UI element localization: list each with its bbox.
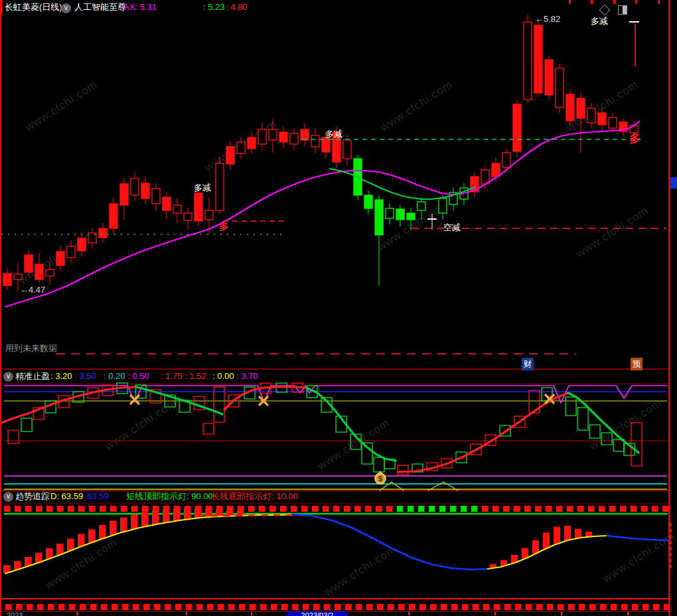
trading-app-window: www.cfchi.com www.cfchi.com www.cfchi.co… bbox=[0, 0, 677, 616]
label-kongjian: 空减 bbox=[443, 223, 461, 233]
mid-value-6: : 0.00 bbox=[212, 372, 234, 382]
bottom-long-bottom-value: 长线底部指示灯: 10.00 bbox=[211, 492, 298, 502]
stock-name: 长虹美菱(日线) bbox=[5, 3, 62, 13]
split-view-icon[interactable] bbox=[618, 5, 627, 15]
candlestick-series bbox=[3, 15, 638, 291]
cai-badge[interactable]: 财 bbox=[522, 358, 534, 370]
reference-lines bbox=[1, 0, 666, 354]
label-low-price: ←4.47 bbox=[20, 285, 45, 295]
mid-value-1: : 3.50 bbox=[74, 372, 96, 382]
duo-glyph-left: 多 bbox=[219, 221, 228, 232]
bottom-d-value: D: 63.59 bbox=[50, 492, 83, 502]
bottom-short-top-value: 短线顶部指示灯: 90.00 bbox=[126, 492, 213, 502]
left-border bbox=[0, 0, 1, 616]
mid-value-2: : 0.20 bbox=[104, 372, 125, 382]
middle-indicator bbox=[1, 383, 667, 491]
mid-value-7: : 3.70 bbox=[236, 372, 258, 382]
right-edge-marker[interactable] bbox=[670, 177, 677, 189]
label-duojian-topright: 多减 bbox=[591, 17, 608, 27]
label-high-price: ←5.82 bbox=[535, 15, 560, 25]
bottom-indicator-name: 趋势追踪 bbox=[15, 492, 50, 502]
indicator-name: 人工智能至尊 bbox=[74, 3, 126, 13]
yu-badge[interactable]: 预 bbox=[631, 358, 642, 370]
mid-value-0: : 3.20 bbox=[50, 372, 72, 382]
axis-date-box: 2023/03/2 bbox=[287, 611, 348, 616]
green-value: : 5.23 bbox=[203, 3, 225, 13]
label-duojian-mid: 多减 bbox=[325, 129, 342, 139]
bottom-indicator bbox=[3, 506, 670, 610]
right-border bbox=[668, 0, 670, 616]
ax-value: AX: 5.31 bbox=[123, 3, 157, 13]
mid-value-4: : 1.75 bbox=[161, 372, 183, 382]
axis-date-left: 2023 bbox=[7, 611, 33, 616]
label-duojian-left: 多减 bbox=[194, 183, 211, 193]
mid-indicator-name: 精准止盈 bbox=[15, 372, 50, 382]
mid-value-3: : 0.50 bbox=[127, 372, 149, 382]
future-data-note: 用到未来数据 bbox=[5, 344, 57, 354]
chevron-down-icon-mid[interactable]: ∨ bbox=[3, 372, 13, 382]
date-axis bbox=[76, 612, 629, 615]
chart-canvas: $ bbox=[0, 0, 677, 616]
chevron-down-icon[interactable]: ∨ bbox=[61, 3, 71, 13]
bottom-d-value2: : 63.59 bbox=[82, 492, 109, 502]
red-value: : 4.80 bbox=[226, 3, 248, 13]
money-bag-icon: $ bbox=[375, 471, 386, 484]
duo-glyph-right: 多 bbox=[629, 132, 640, 145]
chevron-down-icon-bottom[interactable]: ∨ bbox=[3, 492, 13, 502]
mid-value-5: : 1.52 bbox=[185, 372, 206, 382]
svg-text:$: $ bbox=[378, 475, 382, 483]
panel-separators bbox=[1, 369, 668, 611]
title-accent bbox=[0, 0, 2, 15]
